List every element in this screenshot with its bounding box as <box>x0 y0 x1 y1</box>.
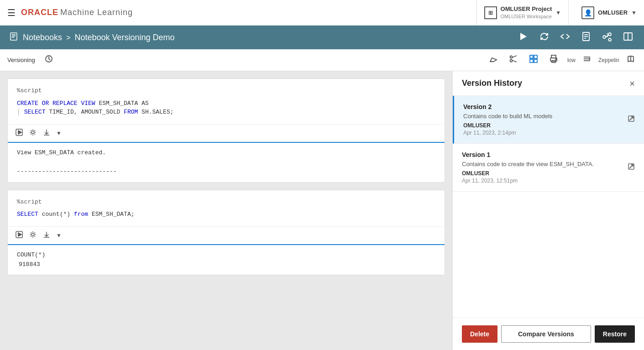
cell-1-output-line-1: View ESM_SH_DATA created. <box>17 148 435 158</box>
notebook-cell-1: %script CREATE OR REPLACE VIEW ESM_SH_DA… <box>7 78 445 183</box>
svg-point-26 <box>555 59 556 60</box>
project-chevron-icon: ▼ <box>555 10 561 16</box>
breadcrumb-separator: > <box>66 34 70 42</box>
svg-rect-25 <box>552 61 555 63</box>
erase-button[interactable] <box>487 52 500 68</box>
close-version-panel-button[interactable]: × <box>629 79 635 88</box>
cell-1-settings-button[interactable] <box>29 128 37 138</box>
share-icon-button[interactable] <box>600 30 614 46</box>
cell-1-code-line-2: │ SELECT TIME_ID, AMOUNT_SOLD FROM SH.SA… <box>17 108 435 117</box>
cell-2-dropdown-button[interactable]: ▼ <box>56 232 62 239</box>
cell-2-run-button[interactable] <box>15 230 23 240</box>
project-info: OMLUSER Project OMLUSER Workspace <box>501 5 552 20</box>
cell-1-dropdown-button[interactable]: ▼ <box>56 130 62 136</box>
svg-point-39 <box>31 233 34 236</box>
svg-rect-19 <box>530 55 533 58</box>
notebooks-link[interactable]: Notebooks <box>23 33 62 42</box>
delete-version-button[interactable]: Delete <box>462 325 497 343</box>
history-clock-icon[interactable] <box>42 52 55 68</box>
svg-rect-0 <box>10 33 17 40</box>
project-selector[interactable]: ⊞ OMLUSER Project OMLUSER Workspace ▼ <box>476 0 569 25</box>
version-1-description: Contains code to create the view ESM_SH_… <box>462 160 635 168</box>
run-button[interactable] <box>516 30 530 46</box>
notebook-cell-2: %script SELECT count(*) from ESM_SH_DATA… <box>7 190 445 276</box>
svg-marker-4 <box>520 33 527 40</box>
cell-1-code-line-1: CREATE OR REPLACE VIEW ESM_SH_DATA AS <box>17 99 435 108</box>
version-panel-footer: Delete Compare Versions Restore <box>453 318 644 350</box>
version-2-open-icon[interactable] <box>628 115 635 124</box>
cell-1-run-button[interactable] <box>15 128 23 138</box>
cell-2-output-count-value: 918843 <box>17 260 435 270</box>
cell-1-output-line-2 <box>17 157 435 167</box>
version-item-1[interactable]: Version 1 Contains code to create the vi… <box>453 144 644 192</box>
version-2-description: Contains code to build ML models <box>463 112 635 120</box>
version-list: Version 2 Contains code to build ML mode… <box>453 96 644 318</box>
cell-1-directive: %script <box>17 86 435 95</box>
project-icon: ⊞ <box>484 6 497 19</box>
document-icon-button[interactable] <box>579 30 593 46</box>
cell-1-toolbar: ▼ <box>8 125 445 143</box>
cell-2-code-line-1: SELECT count(*) from ESM_SH_DATA; <box>17 210 435 219</box>
user-menu[interactable]: 👤 OMLUSER ▼ <box>574 6 637 19</box>
svg-point-10 <box>608 33 611 36</box>
zeppelin-label: Zeppelin <box>598 57 619 63</box>
user-name-label: OMLUSER <box>598 9 628 16</box>
book-icon[interactable] <box>625 53 637 67</box>
cell-2-output-count-label: COUNT(*) <box>17 251 435 260</box>
cell-1-output: View ESM_SH_DATA created. --------------… <box>8 143 445 182</box>
cell-1-output-line-3: ---------------------------- <box>17 167 435 177</box>
version-2-date: Apr 11, 2023, 2:14pm <box>463 130 635 136</box>
grid-blue-button[interactable] <box>527 52 540 68</box>
notebook-toolbar: Versioning <box>0 49 644 71</box>
cell-2-directive: %script <box>17 198 435 207</box>
refresh-button[interactable] <box>537 30 551 46</box>
code-icon-button[interactable] <box>558 30 572 46</box>
low-label: low <box>567 57 576 63</box>
cell-1-download-button[interactable] <box>42 128 51 138</box>
cell-2-code[interactable]: %script SELECT count(*) from ESM_SH_DATA… <box>8 190 445 227</box>
main-content: %script CREATE OR REPLACE VIEW ESM_SH_DA… <box>0 71 644 350</box>
restore-version-button[interactable]: Restore <box>595 325 635 343</box>
svg-point-9 <box>603 36 606 38</box>
toolbar-right: low Zeppelin <box>567 53 637 67</box>
user-chevron-icon: ▼ <box>631 10 637 16</box>
version-history-panel: Version History × Version 2 Contains cod… <box>452 71 644 350</box>
versioning-label: Versioning <box>7 57 35 63</box>
notebook-area: %script CREATE OR REPLACE VIEW ESM_SH_DA… <box>0 71 452 350</box>
cell-2-output: COUNT(*) 918843 <box>8 245 445 275</box>
cell-2-download-button[interactable] <box>42 230 51 240</box>
svg-marker-34 <box>18 131 21 134</box>
svg-point-11 <box>608 38 611 41</box>
svg-rect-20 <box>534 55 537 58</box>
hamburger-menu[interactable]: ☰ <box>7 7 16 18</box>
version-history-title: Version History <box>462 78 522 88</box>
svg-rect-21 <box>530 59 533 63</box>
version-item-2[interactable]: Version 2 Contains code to build ML mode… <box>453 96 644 144</box>
svg-rect-23 <box>551 55 556 58</box>
version-1-name: Version 1 <box>462 151 635 158</box>
cell-2-toolbar: ▼ <box>8 227 445 245</box>
notebook-icon <box>9 32 18 43</box>
layout-icon-button[interactable] <box>621 30 635 46</box>
ml-label: Machine Learning <box>60 8 133 17</box>
user-avatar-icon: 👤 <box>581 6 594 19</box>
connection-icon[interactable] <box>581 53 593 67</box>
svg-line-17 <box>512 56 517 57</box>
print-button[interactable] <box>547 52 560 68</box>
project-name: OMLUSER Project <box>501 5 552 13</box>
compare-versions-button[interactable]: Compare Versions <box>501 325 591 343</box>
cell-2-settings-button[interactable] <box>29 230 37 240</box>
cell-1-code[interactable]: %script CREATE OR REPLACE VIEW ESM_SH_DA… <box>8 79 445 125</box>
svg-marker-38 <box>18 233 21 236</box>
svg-line-18 <box>512 60 517 62</box>
current-page-title: Notebook Versioning Demo <box>74 33 174 42</box>
svg-point-15 <box>510 56 512 58</box>
oracle-logo: ORACLE <box>21 8 58 17</box>
version-1-user: OMLUSER <box>462 170 635 177</box>
version-1-open-icon[interactable] <box>628 163 635 172</box>
version-2-name: Version 2 <box>463 103 635 110</box>
svg-point-35 <box>31 131 34 134</box>
scissors-button[interactable] <box>507 52 520 68</box>
version-1-date: Apr 11, 2023, 12:51pm <box>462 178 635 184</box>
app-brand: ORACLE Machine Learning <box>21 8 133 17</box>
